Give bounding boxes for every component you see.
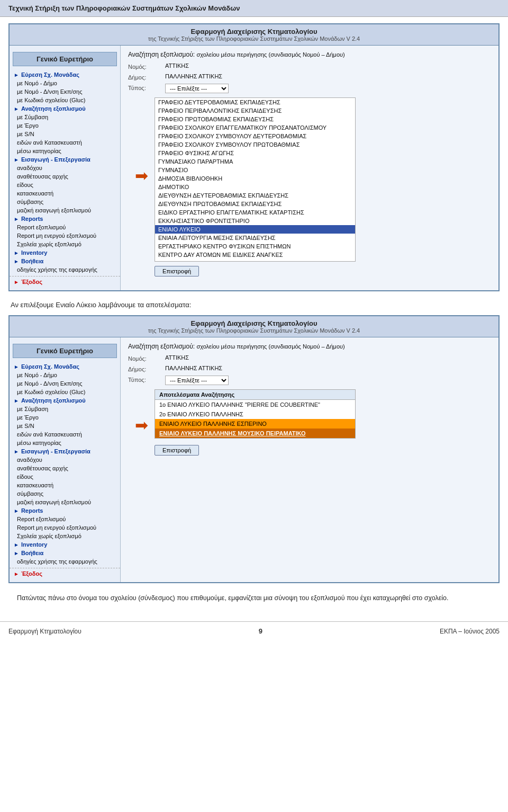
sidebar-item-maziki[interactable]: μαζική εισαγωγή εξοπλισμού [10, 206, 120, 215]
sidebar2-item-eisagogi[interactable]: ► Εισαγωγή - Επεξεργασία [10, 447, 120, 456]
arrow-icon-exodos2: ► [14, 571, 19, 577]
app-box-1-header: Εφαρμογή Διαχείρισης Κτηματολογίου της Τ… [10, 24, 498, 46]
sidebar-item-odegies[interactable]: οδηγίες χρήσης της εφαρμογής [10, 265, 120, 274]
sidebar-item-kataskevastrh[interactable]: ειδών ανά Κατασκευαστή [10, 138, 120, 147]
sidebar2-item-sxoleia[interactable]: Σχολεία χωρίς εξοπλισμό [10, 532, 120, 540]
list-arrow-icon: ➡ [135, 166, 148, 185]
app-title-1: Εφαρμογή Διαχείρισης Κτηματολογίου [16, 28, 492, 35]
sidebar-item-nomo-dvnsi[interactable]: με Νομό - Δ/νση Εκπ/σης [10, 87, 120, 96]
dimos-value: ΠΑΛΛΗΝΗΣ ΑΤΤΙΚΗΣ [165, 73, 222, 79]
sidebar2-item-nomo-dvnsi[interactable]: με Νομό - Δ/νση Εκπ/σης [10, 379, 120, 388]
sidebar2-item-anathsas[interactable]: αναθέτουσας αρχής [10, 464, 120, 472]
list-item-1[interactable]: ΓΡΑΦΕΙΟ ΠΕΡΙΒΑΛΛΟΝΤΙΚΗΣ ΕΚΠΑΙΔΕΥΣΗΣ [155, 106, 355, 115]
sidebar2-item-report-mh[interactable]: Report μη ενεργού εξοπλισμού [10, 523, 120, 532]
sidebar-item-eisagogi[interactable]: ► Εισαγωγή - Επεξεργασία [10, 155, 120, 164]
sidebar-item-katigoria[interactable]: μέσω κατηγορίας [10, 147, 120, 155]
sidebar2-item-kataskevasth2[interactable]: κατασκευαστή [10, 481, 120, 489]
epistrofi-button-1[interactable]: Επιστροφή [155, 266, 199, 276]
sidebar-item-anadochou[interactable]: αναδόχου [10, 164, 120, 172]
arrow-icon-anazitisi: ► [14, 106, 19, 112]
bottom-text: Πατώντας πάνω στο όνομα του σχολείου (σύ… [8, 593, 500, 611]
sidebar2-item-ergo[interactable]: με Έργο [10, 413, 120, 422]
middle-text: Αν επιλέξουμε Ενιαίο Λύκειο λαμβάνουμε τ… [8, 301, 500, 309]
sidebar-item-symvashs2[interactable]: σύμβασης [10, 198, 120, 206]
typos-select-2[interactable]: --- Επιλέξτε --- [165, 376, 229, 385]
sidebar2-item-anazitisi[interactable]: ► Αναζήτηση εξοπλισμού [10, 396, 120, 405]
sidebar2-item-nomo-dimo[interactable]: με Νομό - Δήμο [10, 371, 120, 379]
typos-select[interactable]: --- Επιλέξτε --- [165, 84, 229, 93]
app-subtitle-2: της Τεχνικής Στήριξης των Πληροφοριακών … [16, 327, 492, 334]
nomos-value-2: ΑΤΤΙΚΗΣ [165, 354, 189, 361]
epistrofi-btn-row-1: Επιστροφή [155, 266, 491, 276]
list-item-16[interactable]: ΕΝΙΑΙΑ ΛΕΙΤΟΥΡΓΙΑ ΜΕΣΗΣ ΕΚΠΑΙΔΕΥΣΗΣ [155, 234, 355, 242]
sidebar2-item-odegies[interactable]: οδηγίες χρήσης της εφαρμογής [10, 557, 120, 566]
results-item-1[interactable]: 2ο ΕΝΙΑΙΟ ΛΥΚΕΙΟ ΠΑΛΛΗΝΗΣ [155, 409, 355, 419]
sidebar2-item-symvashs2[interactable]: σύμβασης [10, 489, 120, 498]
sidebar-item-report-exop[interactable]: Report εξοπλισμού [10, 223, 120, 231]
list-item-17[interactable]: ΕΡΓΑΣΤΗΡΙΑΚΟ ΚΕΝΤΡΟ ΦΥΣΙΚΩΝ ΕΠΙΣΤΗΜΩΝ [155, 242, 355, 251]
sidebar-item-anazitisi[interactable]: ► Αναζήτηση εξοπλισμού [10, 104, 120, 113]
sidebar-item-kodikos[interactable]: με Κωδικό σχολείου (Gluc) [10, 96, 120, 104]
list-item-18[interactable]: ΚΕΝΤΡΟ ΔΑΥ ΑΤΟΜΩΝ ΜΕ ΕΙΔΙΚΕΣ ΑΝΑΓΚΕΣ [155, 251, 355, 259]
sidebar2-item-eidous[interactable]: είδους [10, 472, 120, 481]
sidebar-item-sn[interactable]: με S/N [10, 130, 120, 138]
sidebar2-item-kodikos[interactable]: με Κωδικό σχολείου (Gluc) [10, 388, 120, 396]
sidebar2-item-sn[interactable]: με S/N [10, 422, 120, 430]
list-item-7[interactable]: ΓΥΜΝΑΣΙΑΚΟ ΠΑΡΑΡΤΗΜΑ [155, 157, 355, 166]
list-item-8[interactable]: ΓΥΜΝΑΣΙΟ [155, 166, 355, 174]
list-item-9[interactable]: ΔΗΜΟΣΙΑ ΒΙΒΛΙΟΘΗΚΗ [155, 174, 355, 183]
list-item-6[interactable]: ΓΡΑΦΕΙΟ ΦΥΣΙΚΗΣ ΑΓΩΓΗΣ [155, 149, 355, 157]
sidebar2-item-voitheia[interactable]: ► Βοήθεια [10, 549, 120, 557]
sidebar2-item-reports[interactable]: ► Reports [10, 506, 120, 515]
sidebar-1-title: Γενικό Ευρετήριο [13, 52, 117, 66]
sidebar2-item-kataskevastrh[interactable]: ειδών ανά Κατασκευαστή [10, 430, 120, 439]
sidebar2-item-maziki[interactable]: μαζική εισαγωγή εξοπλισμού [10, 498, 120, 506]
results-item-3[interactable]: ΕΝΙΑΙΟ ΛΥΚΕΙΟ ΠΑΛΛΗΝΗΣ ΜΟΥΣΙΚΟ ΠΕΙΡΑΜΑΤΙ… [155, 429, 355, 438]
sidebar2-item-inventory[interactable]: ► Inventory [10, 540, 120, 549]
list-item-3[interactable]: ΓΡΑΦΕΙΟ ΣΧΟΛΙΚΟΥ ΕΠΑΓΓΕΛΜΑΤΙΚΟΥ ΠΡΟΣΑΝΑΤ… [155, 123, 355, 132]
list-box-1[interactable]: ΓΡΑΦΕΙΟ ΔΕΥΤΕΡΟΒΑΘΜΙΑΣ ΕΚΠΑΙΔΕΥΣΗΣ ΓΡΑΦΕ… [155, 97, 356, 262]
nomos-row: Νομός: ΑΤΤΙΚΗΣ [128, 63, 491, 70]
sidebar2-item-anadochou[interactable]: αναδόχου [10, 456, 120, 464]
sidebar2-item-euresi[interactable]: ► Εύρεση Σχ. Μονάδας [10, 362, 120, 371]
list-item-5[interactable]: ΓΡΑΦΕΙΟ ΣΧΟΛΙΚΟΥ ΣΥΜΒΟΥΛΟΥ ΠΡΩΤΟΒΑΘΜΙΑΣ [155, 140, 355, 149]
sidebar2-item-exodos[interactable]: ► Έξοδος [10, 568, 120, 578]
nomos-label: Νομός: [128, 63, 165, 70]
sidebar-item-ergo[interactable]: με Έργο [10, 121, 120, 130]
sidebar-item-euresi[interactable]: ► Εύρεση Σχ. Μονάδας [10, 70, 120, 79]
sidebar-item-anathsas[interactable]: αναθέτουσας αρχής [10, 172, 120, 181]
nomos-value: ΑΤΤΙΚΗΣ [165, 63, 189, 69]
epistrofi-button-2[interactable]: Επιστροφή [155, 445, 199, 456]
results-header: Αποτελέσματα Αναζήτησης [155, 390, 355, 400]
arrow-icon-eisagogi: ► [14, 157, 19, 163]
list-item-enieo-lykeio[interactable]: ΕΝΙΑΙΟ ΛΥΚΕΙΟ [155, 225, 355, 234]
sidebar2-item-katigoria[interactable]: μέσω κατηγορίας [10, 439, 120, 447]
sidebar-item-reports[interactable]: ► Reports [10, 215, 120, 223]
list-item-2[interactable]: ΓΡΑΦΕΙΟ ΠΡΩΤΟΒΑΘΜΙΑΣ ΕΚΠΑΙΔΕΥΣΗΣ [155, 115, 355, 123]
list-item-4[interactable]: ΓΡΑΦΕΙΟ ΣΧΟΛΙΚΟΥ ΣΥΜΒΟΥΛΟΥ ΔΕΥΤΕΡΟΒΑΘΜΙΑ… [155, 132, 355, 140]
results-item-2[interactable]: ΕΝΙΑΙΟ ΛΥΚΕΙΟ ΠΑΛΛΗΝΗΣ ΕΣΠΕΡΙΝΟ [155, 419, 355, 429]
list-item-13[interactable]: ΕΙΔΙΚΟ ΕΡΓΑΣΤΗΡΙΟ ΕΠΑΓΓΕΛΜΑΤΙΚΗΣ ΚΑΤΑΡΤΙ… [155, 208, 355, 217]
results-item-0[interactable]: 1ο ΕΝΙΑΙΟ ΛΥΚΕΙΟ ΠΑΛΛΗΝΗΣ "PIERRE DE COU… [155, 400, 355, 409]
sidebar-item-inventory[interactable]: ► Inventory [10, 248, 120, 257]
list-item-11[interactable]: ΔΙΕΥΘΥΝΣΗ ΔΕΥΤΕΡΟΒΑΘΜΙΑΣ ΕΚΠΑΙΔΕΥΣΗΣ [155, 191, 355, 200]
list-item-14[interactable]: ΕΚΚΛΗΣΙΑΣΤΙΚΟ ΦΡΟΝΤΙΣΤΗΡΙΟ [155, 217, 355, 225]
list-item-19[interactable]: ΚΕΝΤΡΟ ΕΚΠΑΙΔΕΥΤΙΚΗΣ ΕΡΕΥΝΑΣ [155, 259, 355, 262]
sidebar2-item-symvasi[interactable]: με Σύμβαση [10, 405, 120, 413]
sidebar-item-voitheia[interactable]: ► Βοήθεια [10, 257, 120, 265]
sidebar-item-sxoleia[interactable]: Σχολεία χωρίς εξοπλισμό [10, 240, 120, 248]
page-footer: Εφαρμογή Κτηματολογίου 9 ΕΚΠΑ – Ιούνιος … [0, 621, 508, 639]
sidebar2-item-report-exop[interactable]: Report εξοπλισμού [10, 515, 120, 523]
list-item-12[interactable]: ΔΙΕΥΘΥΝΣΗ ΠΡΩΤΟΒΑΘΜΙΑΣ ΕΚΠΑΙΔΕΥΣΗΣ [155, 200, 355, 208]
sidebar-item-report-mh[interactable]: Report μη ενεργού εξοπλισμού [10, 231, 120, 240]
sidebar-item-kataskevasth2[interactable]: κατασκευαστή [10, 189, 120, 198]
list-item-0[interactable]: ΓΡΑΦΕΙΟ ΔΕΥΤΕΡΟΒΑΘΜΙΑΣ ΕΚΠΑΙΔΕΥΣΗΣ [155, 98, 355, 106]
sidebar-item-symvasi[interactable]: με Σύμβαση [10, 113, 120, 121]
sidebar-item-eidous[interactable]: είδους [10, 181, 120, 189]
sidebar-item-nomo-dimo[interactable]: με Νομό - Δήμο [10, 79, 120, 87]
dimos-row-2: Δήμος: ΠΑΛΛΗΝΗΣ ΑΤΤΙΚΗΣ [128, 365, 491, 372]
arrow-icon-exodos: ► [14, 279, 19, 285]
list-item-10[interactable]: ΔΗΜΟΤΙΚΟ [155, 183, 355, 191]
footer-center-page: 9 [259, 627, 262, 635]
sidebar-item-exodos[interactable]: ► Έξοδος [10, 276, 120, 286]
